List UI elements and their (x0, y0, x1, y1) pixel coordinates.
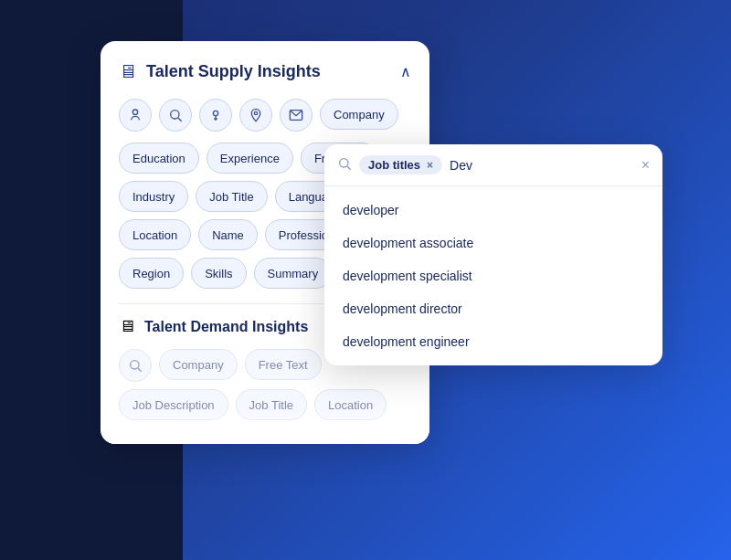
demand-company-chip[interactable]: Company (159, 349, 238, 380)
jobdesc-chip[interactable]: Job Description (119, 389, 228, 420)
company-chip[interactable]: Company (320, 99, 398, 130)
chevron-up-icon[interactable]: ∧ (400, 63, 411, 80)
demand-jobtitle-chip[interactable]: Job Title (236, 389, 307, 420)
gender-icon-chip[interactable] (199, 99, 232, 132)
person-icon-chip[interactable] (119, 99, 152, 132)
search-text-input[interactable] (450, 158, 634, 173)
experience-chip[interactable]: Experience (207, 143, 293, 174)
svg-point-6 (254, 111, 257, 114)
email-icon-chip[interactable] (280, 99, 313, 132)
search-dropdown-icon (337, 156, 352, 174)
jobtitle-chip[interactable]: Job Title (196, 181, 267, 212)
suggestion-item-0[interactable]: developer (324, 194, 662, 227)
card-header: 🖥 Talent Supply Insights ∧ (119, 61, 411, 82)
supply-card-title: Talent Supply Insights (146, 62, 321, 81)
search-filter-tag: Job titles × (359, 155, 442, 174)
monitor-icon: 🖥 (119, 61, 137, 82)
location-icon-chip[interactable] (239, 99, 272, 132)
svg-point-10 (340, 158, 348, 166)
svg-point-0 (132, 110, 137, 114)
suggestion-item-1[interactable]: development associate (324, 227, 662, 259)
skills-chip[interactable]: Skills (191, 258, 246, 289)
search-input-row: Job titles × × (324, 144, 662, 186)
svg-point-3 (213, 111, 217, 115)
card-header-left: 🖥 Talent Supply Insights (119, 61, 321, 82)
industry-chip[interactable]: Industry (119, 181, 188, 212)
demand-chip-row-2: Job Description Job Title Location (119, 389, 411, 420)
demand-location-chip[interactable]: Location (314, 389, 387, 420)
demand-freetext-chip[interactable]: Free Text (245, 349, 322, 380)
svg-line-9 (138, 368, 142, 372)
name-chip[interactable]: Name (198, 219, 258, 250)
location-chip[interactable]: Location (119, 219, 191, 250)
svg-point-8 (131, 361, 139, 369)
suggestion-item-4[interactable]: development engineer (324, 325, 662, 358)
svg-point-1 (171, 111, 179, 119)
summary-chip[interactable]: Summary (254, 258, 333, 289)
suggestion-item-3[interactable]: development director (324, 292, 662, 325)
search-icon-chip[interactable] (159, 99, 192, 132)
demand-monitor-icon: 🖥 (119, 317, 135, 336)
education-chip[interactable]: Education (119, 143, 199, 174)
demand-card-title: Talent Demand Insights (144, 319, 308, 335)
search-dropdown: Job titles × × developer development ass… (324, 144, 662, 365)
search-tag-close-button[interactable]: × (427, 159, 433, 172)
icon-chip-row: Company (119, 99, 411, 132)
demand-search-icon-chip[interactable] (119, 349, 152, 382)
svg-line-11 (347, 166, 351, 170)
suggestions-list: developer development associate developm… (324, 186, 662, 365)
search-clear-button[interactable]: × (641, 157, 650, 174)
suggestion-item-2[interactable]: development specialist (324, 259, 662, 292)
region-chip[interactable]: Region (119, 258, 184, 289)
search-tag-label: Job titles (368, 158, 420, 172)
svg-line-2 (178, 118, 182, 122)
